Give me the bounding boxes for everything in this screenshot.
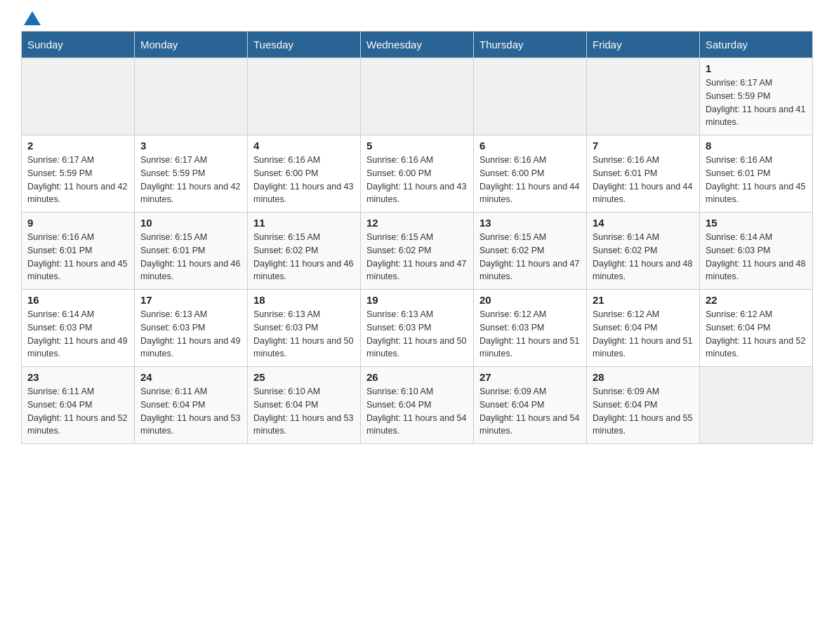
calendar-cell: 11Sunrise: 6:15 AMSunset: 6:02 PMDayligh… xyxy=(248,213,361,290)
day-number: 12 xyxy=(366,217,468,229)
day-number: 28 xyxy=(593,371,694,383)
calendar-cell: 25Sunrise: 6:10 AMSunset: 6:04 PMDayligh… xyxy=(248,367,361,444)
calendar-cell: 13Sunrise: 6:15 AMSunset: 6:02 PMDayligh… xyxy=(474,213,587,290)
day-sun-info: Sunrise: 6:13 AMSunset: 6:03 PMDaylight:… xyxy=(253,308,355,361)
day-sun-info: Sunrise: 6:15 AMSunset: 6:02 PMDaylight:… xyxy=(479,231,581,283)
weekday-header-row: SundayMondayTuesdayWednesdayThursdayFrid… xyxy=(22,32,813,58)
calendar-cell: 3Sunrise: 6:17 AMSunset: 5:59 PMDaylight… xyxy=(135,135,248,213)
day-sun-info: Sunrise: 6:15 AMSunset: 6:01 PMDaylight:… xyxy=(140,231,241,283)
day-sun-info: Sunrise: 6:16 AMSunset: 6:00 PMDaylight:… xyxy=(253,154,355,206)
weekday-header-tuesday: Tuesday xyxy=(248,32,361,58)
calendar-cell: 26Sunrise: 6:10 AMSunset: 6:04 PMDayligh… xyxy=(361,367,474,444)
logo-top xyxy=(21,14,41,25)
calendar-cell: 6Sunrise: 6:16 AMSunset: 6:00 PMDaylight… xyxy=(474,135,587,213)
calendar-cell: 19Sunrise: 6:13 AMSunset: 6:03 PMDayligh… xyxy=(361,290,474,367)
calendar-cell xyxy=(248,58,361,135)
day-sun-info: Sunrise: 6:10 AMSunset: 6:04 PMDaylight:… xyxy=(366,385,468,438)
day-sun-info: Sunrise: 6:15 AMSunset: 6:02 PMDaylight:… xyxy=(366,231,468,283)
day-sun-info: Sunrise: 6:12 AMSunset: 6:04 PMDaylight:… xyxy=(706,308,807,361)
day-sun-info: Sunrise: 6:16 AMSunset: 6:01 PMDaylight:… xyxy=(706,154,807,206)
calendar-cell: 24Sunrise: 6:11 AMSunset: 6:04 PMDayligh… xyxy=(135,367,248,444)
calendar-cell: 20Sunrise: 6:12 AMSunset: 6:03 PMDayligh… xyxy=(474,290,587,367)
calendar-cell: 5Sunrise: 6:16 AMSunset: 6:00 PMDaylight… xyxy=(361,135,474,213)
calendar-cell: 4Sunrise: 6:16 AMSunset: 6:00 PMDaylight… xyxy=(248,135,361,213)
day-number: 20 xyxy=(479,294,581,306)
day-sun-info: Sunrise: 6:12 AMSunset: 6:03 PMDaylight:… xyxy=(479,308,581,361)
week-row-4: 16Sunrise: 6:14 AMSunset: 6:03 PMDayligh… xyxy=(22,290,813,367)
calendar-cell: 2Sunrise: 6:17 AMSunset: 5:59 PMDaylight… xyxy=(22,135,135,213)
calendar-cell xyxy=(700,367,813,444)
day-sun-info: Sunrise: 6:11 AMSunset: 6:04 PMDaylight:… xyxy=(140,385,241,438)
day-number: 11 xyxy=(253,217,355,229)
day-sun-info: Sunrise: 6:09 AMSunset: 6:04 PMDaylight:… xyxy=(479,385,581,438)
day-number: 13 xyxy=(479,217,581,229)
calendar-cell: 18Sunrise: 6:13 AMSunset: 6:03 PMDayligh… xyxy=(248,290,361,367)
day-number: 19 xyxy=(366,294,468,306)
day-number: 14 xyxy=(593,217,694,229)
calendar-cell: 14Sunrise: 6:14 AMSunset: 6:02 PMDayligh… xyxy=(587,213,700,290)
day-number: 7 xyxy=(593,140,694,152)
day-number: 8 xyxy=(706,140,807,152)
calendar-cell xyxy=(474,58,587,135)
day-number: 23 xyxy=(27,371,128,383)
day-number: 1 xyxy=(706,62,807,74)
day-sun-info: Sunrise: 6:14 AMSunset: 6:03 PMDaylight:… xyxy=(27,308,128,361)
weekday-header-sunday: Sunday xyxy=(22,32,135,58)
calendar-cell: 8Sunrise: 6:16 AMSunset: 6:01 PMDaylight… xyxy=(700,135,813,213)
day-sun-info: Sunrise: 6:13 AMSunset: 6:03 PMDaylight:… xyxy=(366,308,468,361)
calendar-cell: 17Sunrise: 6:13 AMSunset: 6:03 PMDayligh… xyxy=(135,290,248,367)
calendar-cell xyxy=(361,58,474,135)
week-row-3: 9Sunrise: 6:16 AMSunset: 6:01 PMDaylight… xyxy=(22,213,813,290)
day-sun-info: Sunrise: 6:17 AMSunset: 5:59 PMDaylight:… xyxy=(706,76,807,129)
weekday-header-friday: Friday xyxy=(587,32,700,58)
week-row-5: 23Sunrise: 6:11 AMSunset: 6:04 PMDayligh… xyxy=(22,367,813,444)
day-number: 17 xyxy=(140,294,241,306)
logo-triangle-icon xyxy=(24,11,41,25)
week-row-2: 2Sunrise: 6:17 AMSunset: 5:59 PMDaylight… xyxy=(22,135,813,213)
day-sun-info: Sunrise: 6:12 AMSunset: 6:04 PMDaylight:… xyxy=(593,308,694,361)
calendar-cell: 9Sunrise: 6:16 AMSunset: 6:01 PMDaylight… xyxy=(22,213,135,290)
calendar-cell xyxy=(22,58,135,135)
day-number: 6 xyxy=(479,140,581,152)
day-sun-info: Sunrise: 6:17 AMSunset: 5:59 PMDaylight:… xyxy=(140,154,241,206)
calendar-cell: 21Sunrise: 6:12 AMSunset: 6:04 PMDayligh… xyxy=(587,290,700,367)
calendar-cell: 27Sunrise: 6:09 AMSunset: 6:04 PMDayligh… xyxy=(474,367,587,444)
day-number: 18 xyxy=(253,294,355,306)
calendar-cell: 12Sunrise: 6:15 AMSunset: 6:02 PMDayligh… xyxy=(361,213,474,290)
day-number: 4 xyxy=(253,140,355,152)
day-sun-info: Sunrise: 6:09 AMSunset: 6:04 PMDaylight:… xyxy=(593,385,694,438)
calendar-cell xyxy=(587,58,700,135)
logo xyxy=(21,14,41,24)
calendar-cell: 23Sunrise: 6:11 AMSunset: 6:04 PMDayligh… xyxy=(22,367,135,444)
weekday-header-thursday: Thursday xyxy=(474,32,587,58)
day-sun-info: Sunrise: 6:11 AMSunset: 6:04 PMDaylight:… xyxy=(27,385,128,438)
calendar-cell: 15Sunrise: 6:14 AMSunset: 6:03 PMDayligh… xyxy=(700,213,813,290)
day-sun-info: Sunrise: 6:16 AMSunset: 6:01 PMDaylight:… xyxy=(593,154,694,206)
page-header xyxy=(21,14,813,24)
calendar-cell: 28Sunrise: 6:09 AMSunset: 6:04 PMDayligh… xyxy=(587,367,700,444)
day-number: 21 xyxy=(593,294,694,306)
week-row-1: 1Sunrise: 6:17 AMSunset: 5:59 PMDaylight… xyxy=(22,58,813,135)
day-number: 16 xyxy=(27,294,128,306)
day-sun-info: Sunrise: 6:16 AMSunset: 6:00 PMDaylight:… xyxy=(366,154,468,206)
weekday-header-monday: Monday xyxy=(135,32,248,58)
day-sun-info: Sunrise: 6:16 AMSunset: 6:00 PMDaylight:… xyxy=(479,154,581,206)
calendar-cell: 16Sunrise: 6:14 AMSunset: 6:03 PMDayligh… xyxy=(22,290,135,367)
day-number: 24 xyxy=(140,371,241,383)
day-number: 26 xyxy=(366,371,468,383)
day-number: 15 xyxy=(706,217,807,229)
day-number: 2 xyxy=(27,140,128,152)
day-sun-info: Sunrise: 6:17 AMSunset: 5:59 PMDaylight:… xyxy=(27,154,128,206)
calendar-cell: 1Sunrise: 6:17 AMSunset: 5:59 PMDaylight… xyxy=(700,58,813,135)
day-number: 22 xyxy=(706,294,807,306)
calendar-cell: 22Sunrise: 6:12 AMSunset: 6:04 PMDayligh… xyxy=(700,290,813,367)
day-number: 5 xyxy=(366,140,468,152)
day-sun-info: Sunrise: 6:14 AMSunset: 6:02 PMDaylight:… xyxy=(593,231,694,283)
calendar-table: SundayMondayTuesdayWednesdayThursdayFrid… xyxy=(21,31,813,444)
calendar-cell: 7Sunrise: 6:16 AMSunset: 6:01 PMDaylight… xyxy=(587,135,700,213)
day-sun-info: Sunrise: 6:13 AMSunset: 6:03 PMDaylight:… xyxy=(140,308,241,361)
day-number: 3 xyxy=(140,140,241,152)
calendar-cell: 10Sunrise: 6:15 AMSunset: 6:01 PMDayligh… xyxy=(135,213,248,290)
day-number: 25 xyxy=(253,371,355,383)
day-number: 10 xyxy=(140,217,241,229)
